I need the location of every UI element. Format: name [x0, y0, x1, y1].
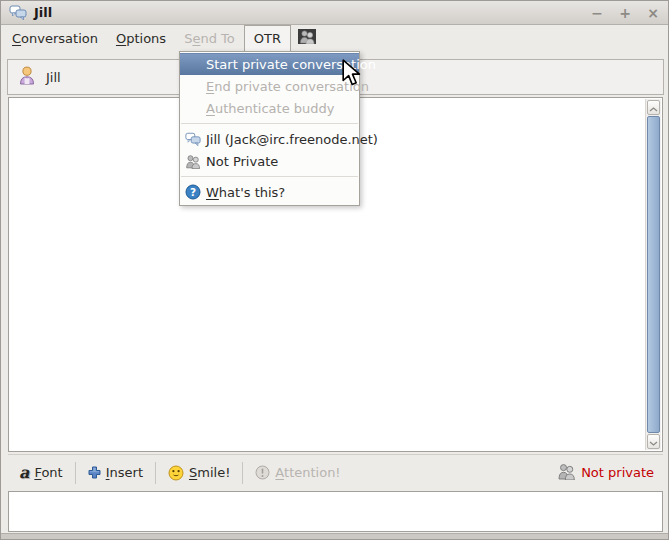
menu-send-to: Send To	[175, 25, 244, 51]
smile-button-label: Smile!	[189, 465, 230, 480]
buddy-icon	[17, 66, 37, 88]
menu-otr[interactable]: OTR	[244, 25, 291, 51]
menu-separator	[181, 176, 358, 177]
insert-plus-icon	[88, 466, 101, 479]
not-private-icon	[185, 154, 201, 169]
privacy-status-label: Not private	[581, 465, 654, 480]
scrollbar[interactable]	[645, 99, 661, 450]
help-icon: ?	[185, 184, 201, 200]
attention-button: Attention!	[247, 461, 348, 484]
menu-item-authenticate-buddy: Authenticate buddy	[180, 97, 359, 119]
menu-item-conversation-context-label: Jill (Jack@irc.freenode.net)	[206, 132, 378, 147]
smile-button[interactable]: Smile!	[160, 461, 238, 485]
menu-item-end-private-conversation: End private conversation	[180, 75, 359, 97]
smiley-icon	[168, 465, 184, 481]
not-private-icon	[557, 463, 576, 483]
formatting-toolbar: a Font Insert Smile!	[8, 454, 663, 490]
font-button[interactable]: a Font	[11, 461, 71, 484]
buddy-name: Jill	[46, 70, 61, 85]
mouse-cursor	[341, 59, 361, 90]
window-resize-edge[interactable]	[1, 533, 668, 539]
chevron-up-icon	[649, 100, 658, 115]
scroll-down-button[interactable]	[647, 434, 660, 449]
insert-button-label: Insert	[106, 465, 143, 480]
otr-level-button[interactable]	[294, 25, 320, 51]
menu-item-otr-status[interactable]: Not Private	[180, 150, 359, 172]
font-button-label: Font	[34, 465, 62, 480]
otr-menu: Start private conversation End private c…	[179, 51, 360, 206]
toolbar-divider	[242, 462, 243, 484]
pidgin-chat-icon	[9, 5, 27, 21]
message-input[interactable]	[8, 491, 663, 532]
window-title: Jill	[34, 5, 52, 20]
privacy-status-button[interactable]: Not private	[557, 463, 660, 483]
toolbar-divider	[75, 462, 76, 484]
attention-icon	[255, 465, 270, 480]
scroll-up-button[interactable]	[647, 100, 660, 115]
titlebar[interactable]: Jill − + ×	[1, 1, 668, 25]
menu-separator	[181, 123, 358, 124]
close-button[interactable]: ×	[646, 6, 660, 20]
menu-item-otr-status-label: Not Private	[206, 154, 278, 169]
font-icon: a	[19, 466, 29, 480]
toolbar-divider	[155, 462, 156, 484]
insert-button[interactable]: Insert	[80, 461, 151, 484]
menu-item-whats-this[interactable]: ? What's this?	[180, 181, 359, 203]
chevron-down-icon	[649, 434, 658, 449]
otr-not-private-icon	[298, 29, 316, 47]
maximize-button[interactable]: +	[618, 6, 632, 20]
menu-item-whats-this-label: What's this?	[206, 185, 285, 200]
menu-item-start-private-conversation[interactable]: Start private conversation	[180, 53, 359, 75]
window-controls: − + ×	[590, 6, 660, 20]
chat-bubbles-icon	[185, 132, 201, 147]
conversation-window: Jill − + × Conversation Options Send To …	[0, 0, 669, 540]
attention-button-label: Attention!	[275, 465, 340, 480]
svg-text:?: ?	[190, 186, 196, 198]
minimize-button[interactable]: −	[590, 6, 604, 20]
scrollbar-thumb[interactable]	[647, 116, 660, 433]
menu-options[interactable]: Options	[107, 25, 175, 51]
menu-item-conversation-context[interactable]: Jill (Jack@irc.freenode.net)	[180, 128, 359, 150]
menu-conversation[interactable]: Conversation	[3, 25, 107, 51]
menubar: Conversation Options Send To OTR	[1, 25, 668, 51]
